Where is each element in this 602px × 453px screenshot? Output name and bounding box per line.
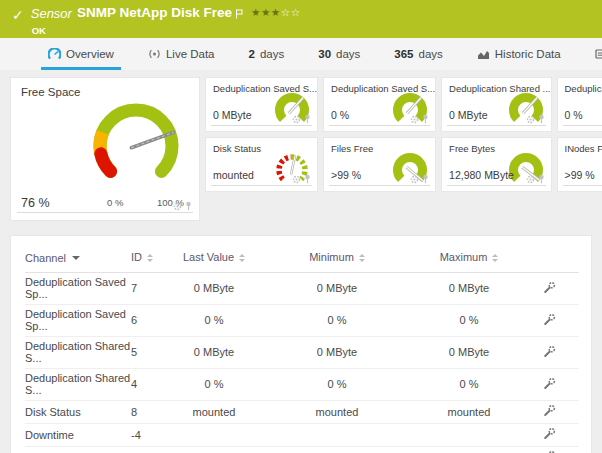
channel-table: Channel ID Last Value Minimum Maximum De…	[25, 246, 579, 453]
col-maximum[interactable]: Maximum	[419, 246, 519, 273]
tab-log[interactable]: Log	[595, 38, 602, 70]
overview-content: Free Space 0 % 100 % 76 % Dedu	[0, 70, 602, 453]
tile-free-bytes: Free Bytes 12,980 MByte	[441, 137, 551, 192]
page-title: SNMP NetApp Disk Free	[77, 5, 232, 20]
small-gear-icon	[292, 175, 301, 184]
stars-empty[interactable]: ☆☆	[281, 6, 301, 18]
status-check-icon: ✓	[12, 7, 24, 38]
channel-value: >99 %	[565, 169, 595, 181]
small-pin-icon	[304, 174, 311, 184]
small-pin-icon	[538, 114, 545, 124]
priority-stars[interactable]: ★★★☆☆	[251, 6, 301, 18]
gauge-mini-actions[interactable]	[173, 201, 192, 211]
tile-actions[interactable]	[410, 174, 429, 184]
col-minimum[interactable]: Minimum	[255, 246, 419, 273]
sort-desc-icon	[72, 256, 80, 264]
col-channel[interactable]: Channel	[25, 246, 131, 273]
tile-dedup-shared-bytes: Deduplication Shared ... 0 MByte	[441, 77, 551, 132]
stars-filled[interactable]: ★★★	[251, 6, 281, 18]
log-list-icon	[595, 48, 602, 60]
divider	[17, 212, 193, 213]
tile-actions[interactable]	[526, 114, 545, 124]
small-gear-icon	[526, 175, 535, 184]
channel-value: mounted	[213, 169, 254, 181]
free-space-gauge	[81, 88, 191, 198]
channel-value: 0 %	[331, 109, 349, 121]
table-row: Deduplication Shared S...40 %0 %0 %	[25, 369, 579, 401]
channel-settings-icon[interactable]	[543, 313, 556, 326]
small-gear-icon	[410, 115, 419, 124]
small-pin-icon	[422, 174, 429, 184]
tile-dedup-saved-bytes: Deduplication Saved S... 0 MByte	[205, 77, 318, 132]
small-gear-icon	[526, 115, 535, 124]
tile-files-free: Files Free >99 %	[323, 137, 436, 192]
channel-settings-icon[interactable]	[543, 281, 556, 294]
tile-actions[interactable]	[526, 174, 545, 184]
chart-icon	[477, 48, 490, 60]
small-gear-icon	[410, 175, 419, 184]
active-tab-underline	[41, 67, 121, 70]
channel-value: 0 MByte	[449, 109, 488, 121]
small-gear-icon	[173, 202, 182, 211]
table-row: Deduplication Saved Sp...60 %0 %0 %	[25, 305, 579, 337]
channel-settings-icon[interactable]	[543, 404, 556, 417]
table-row: Deduplication Saved Sp...70 MByte0 MByte…	[25, 273, 579, 305]
sort-toggle-icon	[239, 251, 245, 265]
tile-disk-status: Disk Status mounted	[205, 137, 318, 192]
object-kind-label: Sensor	[31, 6, 72, 21]
small-pin-icon	[185, 201, 192, 211]
small-pin-icon	[304, 114, 311, 124]
tab-live-data[interactable]: Live Data	[148, 38, 215, 70]
col-last-value[interactable]: Last Value	[173, 246, 255, 273]
live-signal-icon	[148, 48, 161, 60]
gauge-icon	[48, 48, 61, 61]
channel-settings-icon[interactable]	[543, 377, 556, 390]
table-row: Deduplication Shared S...50 MByte0 MByte…	[25, 337, 579, 369]
table-row: Files Free3>99 %>99 %>99 %	[25, 447, 579, 453]
sort-toggle-icon	[147, 251, 153, 265]
channel-settings-icon[interactable]	[543, 427, 556, 440]
tile-actions[interactable]	[292, 174, 311, 184]
sort-toggle-icon	[359, 251, 365, 265]
mini-gauge-grid: Deduplication Saved S... 0 MByte Dedupli…	[205, 77, 602, 221]
col-actions	[519, 246, 579, 273]
tab-365-days[interactable]: 365days	[394, 38, 442, 70]
status-badge: OK	[32, 25, 301, 36]
channel-value: 12,980 MByte	[449, 169, 514, 181]
tile-dedup-saved-pct: Deduplication Saved S... 0 %	[323, 77, 436, 132]
tab-2-days[interactable]: 2days	[249, 38, 285, 70]
sort-toggle-icon	[492, 251, 498, 265]
gauge-scale-min: 0 %	[107, 197, 123, 208]
table-row: Disk Status8mountedmountedmounted	[25, 401, 579, 424]
main-gauge-value: 76 %	[21, 196, 50, 210]
tile-actions[interactable]	[292, 114, 311, 124]
small-pin-icon	[538, 174, 545, 184]
sensor-header: ✓ Sensor SNMP NetApp Disk Free ★★★☆☆ OK	[0, 0, 602, 38]
table-header-row: Channel ID Last Value Minimum Maximum	[25, 246, 579, 273]
tile-dedup-shared-pct: Deduplication Shared ... 0 %	[557, 77, 602, 132]
channel-value: 0 %	[565, 109, 583, 121]
tab-historic-data[interactable]: Historic Data	[477, 38, 561, 70]
tile-inodes-free: INodes Free >99 %	[557, 137, 602, 192]
tab-30-days[interactable]: 30days	[318, 38, 360, 70]
channel-table-panel: Channel ID Last Value Minimum Maximum De…	[10, 235, 592, 453]
channel-settings-icon[interactable]	[543, 345, 556, 358]
small-pin-icon	[422, 114, 429, 124]
flag-icon[interactable]	[235, 5, 243, 23]
tab-overview[interactable]: Overview	[48, 38, 114, 70]
col-id[interactable]: ID	[131, 246, 173, 273]
tab-bar: Overview Live Data 2days 30days 365days …	[0, 38, 602, 70]
main-gauge-card: Free Space 0 % 100 % 76 %	[10, 77, 200, 221]
table-row: Downtime-4	[25, 424, 579, 447]
channel-value: 0 MByte	[213, 109, 252, 121]
channel-value: >99 %	[331, 169, 361, 181]
tile-actions[interactable]	[410, 114, 429, 124]
small-gear-icon	[292, 115, 301, 124]
